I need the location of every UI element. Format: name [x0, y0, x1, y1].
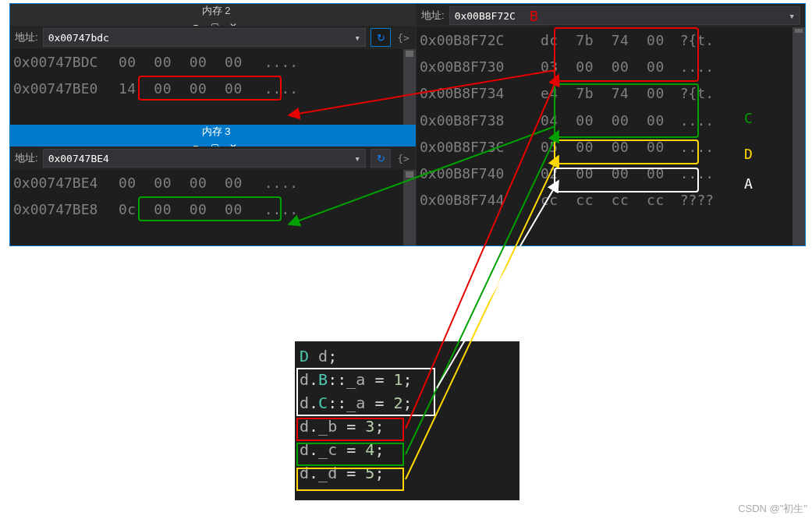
- memory2-address-input[interactable]: 0x00747bdc ▾: [43, 28, 366, 47]
- watermark: CSDN @"初生": [738, 502, 807, 516]
- hex-row: 0x00747BDC 00 00 00 00 ....: [13, 49, 403, 76]
- code-line: d._c = 4;: [300, 438, 515, 461]
- code-line: d.B::_a = 1;: [300, 368, 515, 391]
- label-B: B: [530, 8, 538, 24]
- memory3-title: 内存 3: [202, 125, 231, 139]
- scrollbar[interactable]: [403, 170, 416, 245]
- memory2-title: 内存 2: [202, 4, 231, 18]
- memoryR-address-input[interactable]: 0x00B8F72C B ▾: [449, 6, 800, 25]
- chevron-down-icon[interactable]: ▾: [354, 153, 360, 164]
- code-line: d._b = 3;: [300, 415, 515, 438]
- hex-row: 0x00747BE0 14 00 00 00 ....: [13, 76, 403, 102]
- hex-row: 0x00B8F734 e4 7b 74 00 ?{t.: [420, 80, 792, 107]
- reload-button[interactable]: ↻: [371, 149, 391, 168]
- hex-row: 0x00B8F730 03 00 00 00 ....: [420, 54, 792, 80]
- memory2-title-bar: 内存 2 ▾ ▢ ✕: [10, 4, 416, 26]
- hex-row: 0x00B8F73C 05 00 00 00 ....: [420, 134, 792, 161]
- hex-row: 0x00B8F738 04 00 00 00 ....: [420, 108, 792, 134]
- memory3-hex-view: 0x00747BE4 00 00 00 00 .... 0x00747BE8 0…: [10, 170, 416, 245]
- hex-row: 0x00747BE4 00 00 00 00 ....: [13, 170, 403, 196]
- code-line: d._d = 5;: [300, 461, 515, 485]
- hex-row: 0x00B8F740 02 00 00 00 ....: [420, 161, 792, 187]
- memory2-hex-view: 0x00747BDC 00 00 00 00 .... 0x00747BE0 1…: [10, 49, 416, 125]
- memory3-address-bar: 地址: 0x00747BE4 ▾ ↻ {>: [10, 147, 416, 170]
- memory3-title-bar: 内存 3 ▾ ▢ ✕: [10, 125, 416, 147]
- expand-icon[interactable]: {>: [395, 153, 411, 164]
- chevron-down-icon[interactable]: ▾: [789, 10, 795, 22]
- chevron-down-icon[interactable]: ▾: [354, 32, 360, 44]
- hex-row: 0x00747BE8 0c 00 00 00 ....: [13, 196, 403, 223]
- address-label: 地址:: [421, 9, 445, 23]
- scrollbar[interactable]: [792, 27, 805, 245]
- memoryR-address-bar: 地址: 0x00B8F72C B ▾: [417, 4, 805, 27]
- address-label: 地址:: [15, 30, 38, 44]
- code-snippet: D d; d.B::_a = 1; d.C::_a = 2; d._b = 3;…: [295, 341, 519, 500]
- reload-button[interactable]: ↻: [371, 28, 391, 47]
- expand-icon[interactable]: {>: [395, 32, 411, 44]
- scrollbar[interactable]: [403, 49, 416, 125]
- code-line: d.C::_a = 2;: [300, 391, 515, 415]
- memory2-address-bar: 地址: 0x00747bdc ▾ ↻ {>: [10, 26, 416, 49]
- code-line: D d;: [300, 344, 515, 368]
- hex-row: 0x00B8F72C dc 7b 74 00 ?{t.: [420, 27, 792, 54]
- memory3-address-input[interactable]: 0x00747BE4 ▾: [43, 149, 366, 168]
- address-label: 地址:: [15, 151, 38, 165]
- memoryR-hex-view: 0x00B8F72C dc 7b 74 00 ?{t. 0x00B8F730 0…: [417, 27, 805, 245]
- hex-row: 0x00B8F744 cc cc cc cc ????: [420, 187, 792, 214]
